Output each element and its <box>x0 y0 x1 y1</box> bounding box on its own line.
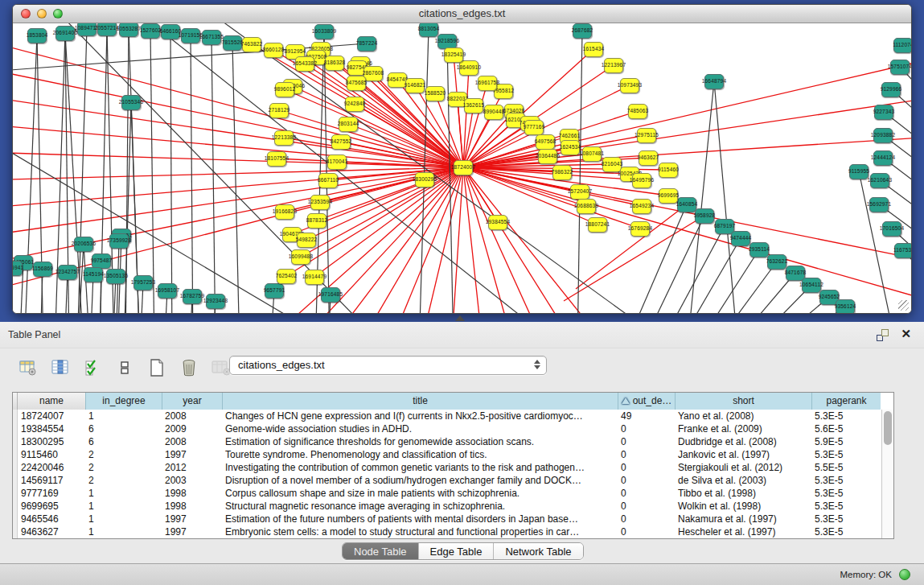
graph-node[interactable]: 8660128 <box>264 43 283 58</box>
graph-node[interactable]: 18724007 <box>454 160 473 175</box>
graph-node[interactable]: 20557214 <box>97 23 117 36</box>
table-cell[interactable]: 0 <box>618 487 675 500</box>
table-cell[interactable]: Investigating the contribution of common… <box>222 461 618 474</box>
graph-node[interactable]: 10719155 <box>181 28 200 43</box>
table-cell[interactable]: 0 <box>618 435 675 448</box>
table-cell[interactable]: 0 <box>618 474 675 487</box>
table-row[interactable]: 1830029562008Estimation of significance … <box>13 435 893 448</box>
tab-network-table[interactable]: Network Table <box>493 543 582 559</box>
graph-node[interactable]: 10553287 <box>119 23 138 37</box>
graph-node[interactable]: 15720407 <box>570 184 589 200</box>
table-cell[interactable]: 5.3E-5 <box>811 448 881 461</box>
graph-node[interactable]: 12444124 <box>873 150 893 166</box>
graph-node[interactable]: 1167533 <box>894 243 911 258</box>
select-all-icon[interactable] <box>82 357 103 378</box>
table-cell[interactable]: 18724007 <box>18 410 85 422</box>
graph-node[interactable]: 9777169 <box>524 120 544 135</box>
graph-node[interactable]: 16495796 <box>632 173 651 188</box>
graph-node[interactable]: 17359928 <box>109 233 129 249</box>
table-cell[interactable]: Nakamura et al. (1997) <box>675 513 811 525</box>
vertical-scrollbar[interactable] <box>881 410 893 538</box>
graph-node[interactable]: 6497568 <box>536 134 555 150</box>
table-cell[interactable]: 2009 <box>162 422 222 435</box>
graph-node[interactable]: 3915941 <box>13 261 23 276</box>
graph-node[interactable]: 12093882 <box>873 128 893 143</box>
tab-node-table[interactable]: Node Table <box>343 543 418 559</box>
network-canvas[interactable]: 1853804206914061089471720557214105532871… <box>13 23 911 313</box>
graph-node[interactable]: 19166823 <box>275 204 294 220</box>
graph-node[interactable]: 4170041 <box>327 154 347 170</box>
table-cell[interactable]: 1 <box>85 525 162 538</box>
table-cell[interactable]: 9699695 <box>18 500 85 513</box>
table-cell[interactable]: 1997 <box>162 448 222 461</box>
graph-node[interactable]: 8813054 <box>419 23 438 37</box>
graph-node[interactable]: 10688639 <box>577 199 596 214</box>
table-cell[interactable]: 9777169 <box>18 487 85 500</box>
graph-node[interactable]: 8990448 <box>484 105 503 120</box>
graph-node[interactable]: 12353594 <box>310 195 330 210</box>
table-cell[interactable]: 1 <box>85 410 162 422</box>
table-cell[interactable]: Corpus callosum shape and size in male p… <box>222 487 618 500</box>
graph-node[interactable]: 12342757 <box>58 265 77 280</box>
table-cell[interactable]: 2 <box>85 474 162 487</box>
table-cell[interactable]: 1997 <box>162 513 222 525</box>
graph-node[interactable]: 2867608 <box>363 66 383 81</box>
table-row[interactable]: 969969511998Structural magnetic resonanc… <box>13 500 893 513</box>
table-cell[interactable]: Estimation of significance thresholds fo… <box>222 435 618 448</box>
tab-edge-table[interactable]: Edge Table <box>418 543 494 559</box>
graph-node[interactable]: 1588520 <box>425 86 445 101</box>
graph-node[interactable]: 7485063 <box>628 104 647 119</box>
table-cell[interactable]: 1997 <box>162 525 222 538</box>
table-row[interactable]: 911546021997Tourette syndrome. Phenomeno… <box>13 448 893 461</box>
graph-node[interactable]: 9115460 <box>659 163 678 178</box>
table-row[interactable]: 946554611997Estimation of the future num… <box>13 513 893 525</box>
graph-node[interactable]: 9129966 <box>881 82 901 97</box>
graph-node[interactable]: 9657791 <box>265 283 284 299</box>
table-cell[interactable]: 2008 <box>162 410 222 422</box>
table-cell[interactable]: 5.3E-5 <box>811 513 881 525</box>
table-cell[interactable]: 2008 <box>162 435 222 448</box>
graph-node[interactable]: 15751074 <box>890 60 910 75</box>
column-header-short[interactable]: short <box>675 393 811 410</box>
table-cell[interactable]: Jankovic et al. (1997) <box>675 448 811 461</box>
close-panel-icon[interactable]: ✕ <box>901 327 911 341</box>
table-cell[interactable]: 5.9E-5 <box>811 435 881 448</box>
table-cell[interactable]: Embryonic stem cells: a model to study s… <box>222 525 618 538</box>
table-cell[interactable]: 5.6E-5 <box>811 422 881 435</box>
show-columns-icon[interactable] <box>50 357 71 378</box>
graph-node[interactable]: 16099488 <box>291 249 310 265</box>
table-cell[interactable]: 1998 <box>162 500 222 513</box>
graph-node[interactable]: 9115955 <box>849 164 869 179</box>
graph-node[interactable]: 18807241 <box>588 217 607 233</box>
table-cell[interactable]: Dudbridge et al. (2008) <box>675 435 811 448</box>
table-cell[interactable]: 5.3E-5 <box>811 487 881 500</box>
graph-node[interactable]: 16914479 <box>305 270 324 285</box>
table-cell[interactable]: Genome-wide association studies in ADHD. <box>222 422 618 435</box>
column-header-pagerank[interactable]: pagerank <box>811 393 881 410</box>
table-cell[interactable]: 6 <box>85 435 162 448</box>
graph-node[interactable]: 18640910 <box>459 60 478 76</box>
graph-node[interactable]: 8667110 <box>318 173 338 188</box>
new-table-icon[interactable] <box>146 357 167 378</box>
graph-node[interactable]: 16033809 <box>314 24 334 39</box>
graph-node[interactable]: 7815526 <box>223 35 242 51</box>
graph-node[interactable]: 16769284 <box>630 221 650 237</box>
table-row[interactable]: 977716911998Corpus callosum shape and si… <box>13 487 893 500</box>
graph-node[interactable]: 16782759 <box>183 289 202 304</box>
graph-node[interactable]: 10807481 <box>582 146 602 162</box>
graph-node[interactable]: 9474444 <box>731 231 750 246</box>
graph-node[interactable]: 12975115 <box>637 128 656 143</box>
graph-node[interactable]: 1145194 <box>84 267 103 282</box>
graph-node[interactable]: 2718129 <box>269 103 289 118</box>
graph-node[interactable]: 9356124 <box>836 299 855 314</box>
table-cell[interactable]: 0 <box>618 461 675 474</box>
table-options-icon[interactable] <box>18 357 39 378</box>
graph-node[interactable]: 7857224 <box>357 36 376 51</box>
table-cell[interactable]: 5.3E-5 <box>811 525 881 538</box>
graph-node[interactable]: 17957253 <box>133 275 153 290</box>
graph-node[interactable]: 1527602 <box>141 23 160 39</box>
table-cell[interactable]: 9115460 <box>18 448 85 461</box>
table-row[interactable]: 1938455462009Genome-wide association stu… <box>13 422 893 435</box>
table-cell[interactable]: 5.5E-5 <box>811 461 881 474</box>
graph-node[interactable]: 2803144 <box>339 117 358 132</box>
